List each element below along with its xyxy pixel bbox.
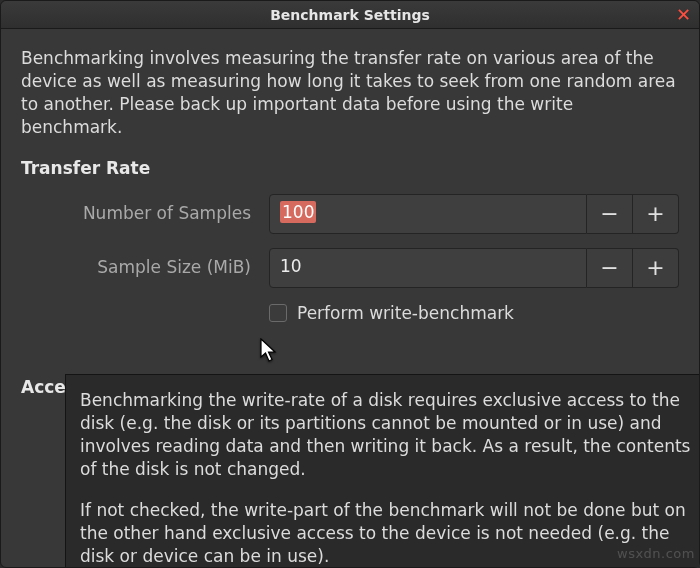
label-number-of-samples: Number of Samples xyxy=(21,202,269,225)
samples-decrement-button[interactable]: − xyxy=(587,194,633,234)
number-of-samples-value: 100 xyxy=(280,201,316,223)
dialog-window: Benchmark Settings ✕ Benchmarking involv… xyxy=(0,0,700,568)
tooltip-paragraph-1: Benchmarking the write-rate of a disk re… xyxy=(80,389,695,481)
perform-write-benchmark-label: Perform write-benchmark xyxy=(297,302,514,325)
label-sample-size: Sample Size (MiB) xyxy=(21,256,269,279)
section-heading-transfer-rate: Transfer Rate xyxy=(21,157,679,180)
sample-size-stepper: 10 − + xyxy=(269,248,679,288)
sample-size-value: 10 xyxy=(280,256,302,276)
description-text: Benchmarking involves measuring the tran… xyxy=(21,47,679,139)
sample-size-input[interactable]: 10 xyxy=(269,248,587,288)
size-decrement-button[interactable]: − xyxy=(587,248,633,288)
titlebar: Benchmark Settings ✕ xyxy=(1,1,699,29)
samples-increment-button[interactable]: + xyxy=(633,194,679,234)
row-sample-size: Sample Size (MiB) 10 − + xyxy=(21,248,679,288)
size-increment-button[interactable]: + xyxy=(633,248,679,288)
number-of-samples-input[interactable]: 100 xyxy=(269,194,587,234)
section-heading-access-time-cut: Acce xyxy=(21,377,66,397)
mouse-cursor-icon xyxy=(260,338,278,368)
window-title: Benchmark Settings xyxy=(270,7,430,23)
dialog-content: Benchmarking involves measuring the tran… xyxy=(1,29,699,325)
number-of-samples-stepper: 100 − + xyxy=(269,194,679,234)
tooltip-write-benchmark: Benchmarking the write-rate of a disk re… xyxy=(65,374,699,567)
tooltip-paragraph-2: If not checked, the write-part of the be… xyxy=(80,499,695,567)
row-number-of-samples: Number of Samples 100 − + xyxy=(21,194,679,234)
row-write-benchmark: Perform write-benchmark xyxy=(269,302,679,325)
close-icon[interactable]: ✕ xyxy=(676,3,691,27)
perform-write-benchmark-checkbox[interactable] xyxy=(269,304,287,322)
